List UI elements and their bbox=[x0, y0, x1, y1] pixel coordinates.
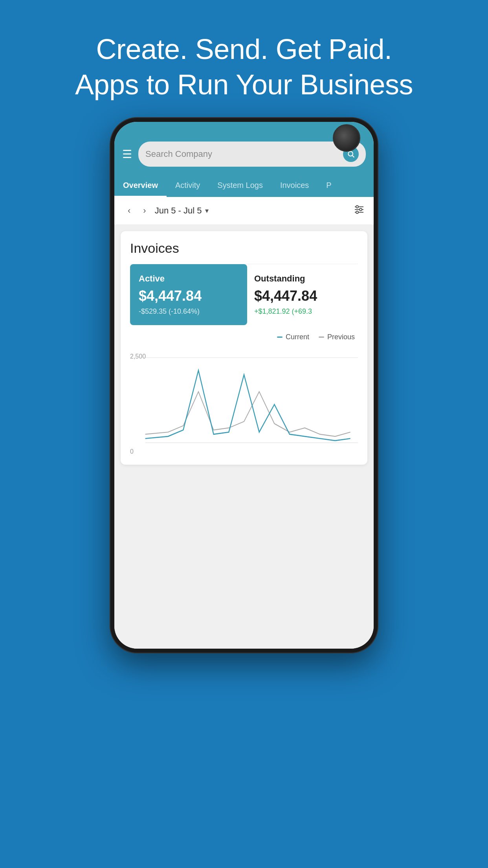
tab-overview[interactable]: Overview bbox=[114, 174, 167, 197]
hamburger-icon[interactable]: ☰ bbox=[122, 148, 132, 161]
tab-invoices[interactable]: Invoices bbox=[272, 174, 317, 197]
legend-current: Current bbox=[277, 333, 309, 341]
top-nav: ☰ Search Company bbox=[114, 122, 374, 174]
filter-icon[interactable] bbox=[354, 205, 364, 216]
hero-title: Create. Send. Get Paid. Apps to Run Your… bbox=[75, 31, 413, 102]
svg-point-7 bbox=[356, 211, 358, 213]
line-chart bbox=[130, 349, 358, 451]
chart-y-bottom: 0 bbox=[130, 448, 134, 455]
prev-arrow[interactable]: ‹ bbox=[124, 204, 134, 217]
content-area: Invoices Active $4,447.84 -$529.35 (-10.… bbox=[114, 225, 374, 649]
tab-bar: Overview Activity System Logs Invoices P bbox=[114, 174, 374, 197]
svg-point-5 bbox=[356, 206, 358, 208]
date-bar: ‹ › Jun 5 - Jul 5 ▾ bbox=[114, 197, 374, 225]
tab-more[interactable]: P bbox=[317, 174, 340, 197]
search-placeholder: Search Company bbox=[145, 149, 212, 159]
current-dot bbox=[277, 337, 283, 338]
svg-point-6 bbox=[360, 208, 362, 211]
invoice-card-title: Invoices bbox=[130, 241, 358, 256]
invoice-metrics: Active $4,447.84 -$529.35 (-10.64%) Outs… bbox=[130, 264, 358, 325]
search-bar[interactable]: Search Company bbox=[138, 142, 366, 167]
phone-mockup: ☰ Search Company Overview Ac bbox=[110, 118, 378, 849]
svg-point-0 bbox=[348, 151, 353, 156]
outstanding-value: $4,447.84 bbox=[254, 288, 354, 304]
previous-dot bbox=[319, 337, 324, 338]
chart-legend: Current Previous bbox=[130, 333, 358, 341]
camera-icon bbox=[333, 124, 360, 152]
metric-outstanding-block: Outstanding $4,447.84 +$1,821.92 (+69.3 bbox=[250, 264, 358, 325]
outstanding-change: +$1,821.92 (+69.3 bbox=[254, 307, 354, 316]
active-label: Active bbox=[139, 274, 238, 284]
svg-line-1 bbox=[352, 156, 354, 158]
phone-shell: ☰ Search Company Overview Ac bbox=[110, 118, 378, 653]
chart-container: 2,500 0 bbox=[130, 345, 358, 455]
date-dropdown-arrow: ▾ bbox=[205, 206, 209, 215]
active-value: $4,447.84 bbox=[139, 288, 238, 304]
active-change: -$529.35 (-10.64%) bbox=[139, 307, 238, 316]
metric-active-block: Active $4,447.84 -$529.35 (-10.64%) bbox=[130, 264, 247, 325]
phone-screen: ☰ Search Company Overview Ac bbox=[114, 122, 374, 649]
tab-system-logs[interactable]: System Logs bbox=[209, 174, 272, 197]
hero-section: Create. Send. Get Paid. Apps to Run Your… bbox=[44, 0, 444, 118]
outstanding-label: Outstanding bbox=[254, 274, 354, 284]
legend-previous: Previous bbox=[319, 333, 355, 341]
screen-content: ☰ Search Company Overview Ac bbox=[114, 122, 374, 649]
next-arrow[interactable]: › bbox=[139, 204, 150, 217]
tab-activity[interactable]: Activity bbox=[167, 174, 209, 197]
invoice-card: Invoices Active $4,447.84 -$529.35 (-10.… bbox=[121, 231, 367, 465]
date-range[interactable]: Jun 5 - Jul 5 ▾ bbox=[155, 206, 209, 216]
chart-y-top: 2,500 bbox=[130, 353, 146, 360]
